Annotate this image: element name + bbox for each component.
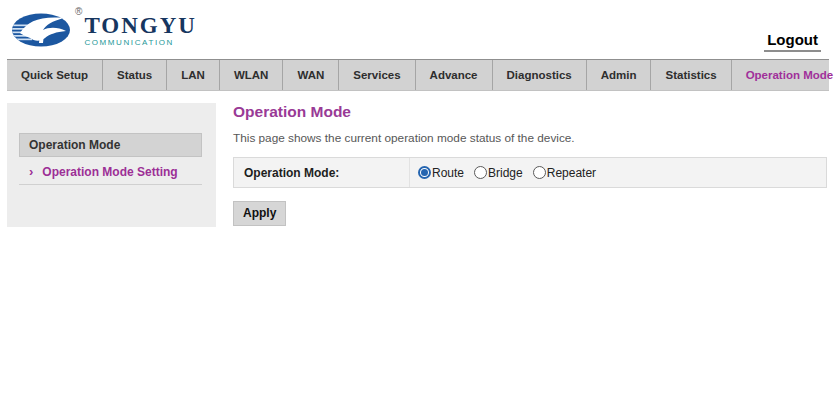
chevron-right-icon: › bbox=[29, 166, 33, 178]
radio-option-bridge[interactable]: Bridge bbox=[474, 166, 523, 180]
radio-repeater-label: Repeater bbox=[547, 166, 596, 180]
nav-tab-statistics[interactable]: Statistics bbox=[651, 60, 731, 90]
nav-tab-operation-mode[interactable]: Operation Mode bbox=[732, 60, 836, 90]
page-description: This page shows the current operation mo… bbox=[233, 131, 575, 145]
nav-tab-lan[interactable]: LAN bbox=[167, 60, 220, 90]
radio-option-route[interactable]: Route bbox=[418, 166, 464, 180]
nav-tab-diagnostics[interactable]: Diagnostics bbox=[493, 60, 587, 90]
brand-name: TONGYU bbox=[84, 15, 197, 37]
nav-tab-status[interactable]: Status bbox=[103, 60, 167, 90]
router-admin-page: ® TONGYU COMMUNICATION Logout Quick Setu… bbox=[0, 0, 836, 400]
nav-tab-advance[interactable]: Advance bbox=[416, 60, 493, 90]
radio-bridge-label: Bridge bbox=[488, 166, 523, 180]
nav-tab-wan[interactable]: WAN bbox=[283, 60, 339, 90]
operation-mode-radio-group: Route Bridge Repeater bbox=[410, 158, 606, 187]
radio-bridge-control[interactable] bbox=[474, 166, 487, 179]
sidebar-item-operation-mode-setting[interactable]: › Operation Mode Setting bbox=[29, 165, 178, 179]
logout-link[interactable]: Logout bbox=[764, 31, 821, 52]
radio-repeater-control[interactable] bbox=[533, 166, 546, 179]
brand-subtitle: COMMUNICATION bbox=[84, 38, 197, 47]
brand-logo: ® TONGYU COMMUNICATION bbox=[10, 7, 197, 51]
tongyu-bird-icon bbox=[10, 7, 74, 51]
page-title: Operation Mode bbox=[233, 103, 351, 121]
radio-option-repeater[interactable]: Repeater bbox=[533, 166, 596, 180]
sidebar-divider bbox=[19, 184, 202, 185]
main-nav: Quick Setup Status LAN WLAN WAN Services… bbox=[7, 59, 829, 91]
operation-mode-label: Operation Mode: bbox=[234, 158, 410, 187]
apply-button[interactable]: Apply bbox=[233, 201, 286, 226]
nav-tab-services[interactable]: Services bbox=[339, 60, 415, 90]
radio-route-label: Route bbox=[432, 166, 464, 180]
nav-tab-quick-setup[interactable]: Quick Setup bbox=[7, 60, 103, 90]
sidebar-section-title: Operation Mode bbox=[19, 133, 202, 157]
nav-tab-wlan[interactable]: WLAN bbox=[220, 60, 284, 90]
operation-mode-row: Operation Mode: Route Bridge Repeater bbox=[233, 157, 827, 188]
sidebar: Operation Mode › Operation Mode Setting bbox=[7, 103, 216, 227]
radio-route-control[interactable] bbox=[418, 166, 431, 179]
nav-tab-admin[interactable]: Admin bbox=[587, 60, 652, 90]
sidebar-item-label: Operation Mode Setting bbox=[42, 165, 177, 179]
registered-mark: ® bbox=[75, 7, 82, 17]
